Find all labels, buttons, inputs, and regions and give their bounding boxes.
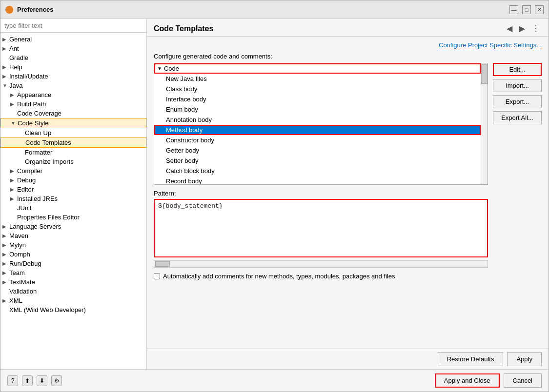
sidebar-item-clean-up[interactable]: Clean Up	[0, 128, 146, 137]
code-tree-item-record-body[interactable]: Record body	[154, 176, 481, 184]
close-button[interactable]: ✕	[535, 5, 544, 14]
sidebar-item-debug[interactable]: ▶Debug	[0, 176, 146, 185]
restore-defaults-button[interactable]: Restore Defaults	[438, 352, 504, 366]
sidebar-item-appearance[interactable]: ▶Appearance	[0, 90, 146, 99]
code-tree-item-label: Interface body	[166, 96, 206, 103]
sidebar-item-gradle[interactable]: Gradle	[0, 53, 146, 62]
code-tree-scrollbar[interactable]	[481, 63, 488, 184]
scrollbar-thumb	[481, 64, 488, 84]
sidebar-item-run-debug[interactable]: ▶Run/Debug	[0, 259, 146, 268]
right-panel: Code Templates ◀ ▶ ⋮ Configure Project S…	[147, 19, 549, 369]
code-tree-item-new-java-files[interactable]: New Java files	[154, 74, 481, 84]
edit-button[interactable]: Edit...	[493, 63, 542, 76]
sidebar-item-build-path[interactable]: ▶Build Path	[0, 99, 146, 109]
sidebar-item-ant[interactable]: ▶Ant	[0, 44, 146, 53]
sidebar-item-organize-imports[interactable]: Organize Imports	[0, 157, 146, 166]
export-all-button[interactable]: Export All...	[493, 111, 542, 124]
h-scrollbar[interactable]	[154, 260, 488, 268]
code-tree-item-class-body[interactable]: Class body	[154, 84, 481, 94]
arrow-icon: ▶	[10, 187, 15, 192]
sidebar-item-mylyn[interactable]: ▶Mylyn	[0, 240, 146, 250]
cancel-button[interactable]: Cancel	[504, 373, 542, 388]
sidebar-item-label: Java	[9, 82, 22, 89]
minimize-button[interactable]: —	[509, 5, 518, 14]
sidebar-item-editor[interactable]: ▶Editor	[0, 185, 146, 194]
code-tree-item-constructor-body[interactable]: Constructor body	[154, 135, 481, 145]
code-tree-item-label: Enum body	[166, 106, 198, 113]
sidebar-item-java[interactable]: ▼Java	[0, 81, 146, 90]
forward-button[interactable]: ▶	[517, 23, 527, 34]
export-button[interactable]: Export...	[493, 95, 542, 108]
sidebar-item-team[interactable]: ▶Team	[0, 268, 146, 277]
maximize-button[interactable]: □	[522, 5, 531, 14]
sidebar-item-xml-wild[interactable]: XML (Wild Web Developer)	[0, 305, 146, 314]
sidebar-item-label: Ant	[9, 45, 19, 52]
auto-comments-checkbox[interactable]	[154, 273, 160, 279]
arrow-icon: ▶	[2, 37, 7, 42]
sidebar-item-label: Oomph	[9, 251, 30, 258]
sidebar-item-general[interactable]: ▶General	[0, 35, 146, 44]
window-title: Preferences	[17, 6, 509, 13]
checkbox-area: Automatically add comments for new metho…	[154, 273, 542, 280]
code-tree-item-getter-body[interactable]: Getter body	[154, 145, 481, 156]
code-tree-item-code-root[interactable]: ▼Code	[154, 63, 481, 74]
help-icon[interactable]: ?	[7, 375, 18, 386]
code-tree-item-interface-body[interactable]: Interface body	[154, 94, 481, 104]
code-tree-item-label: Code	[164, 65, 179, 72]
sidebar-item-help[interactable]: ▶Help	[0, 62, 146, 72]
export-icon[interactable]: ⬆	[22, 375, 33, 386]
arrow-icon: ▼	[11, 120, 16, 126]
code-tree: ▼CodeNew Java filesClass bodyInterface b…	[154, 63, 481, 184]
menu-button[interactable]: ⋮	[530, 23, 542, 34]
arrow-icon: ▶	[10, 168, 15, 174]
sidebar-item-label: XML (Wild Web Developer)	[9, 306, 86, 314]
sidebar-item-validation[interactable]: Validation	[0, 287, 146, 296]
code-tree-wrapper: ▼CodeNew Java filesClass bodyInterface b…	[154, 63, 488, 185]
pattern-area: ${body_statement}	[154, 199, 542, 257]
code-tree-item-annotation-body[interactable]: Annotation body	[154, 115, 481, 125]
sidebar-item-code-coverage[interactable]: Code Coverage	[0, 109, 146, 118]
sidebar-item-xml[interactable]: ▶XML	[0, 296, 146, 305]
code-tree-item-label: Constructor body	[166, 137, 214, 144]
sidebar-item-installed-jres[interactable]: ▶Installed JREs	[0, 194, 146, 203]
sidebar-item-label: General	[9, 36, 32, 43]
sidebar-item-oomph[interactable]: ▶Oomph	[0, 250, 146, 259]
import-button[interactable]: Import...	[493, 79, 542, 92]
code-tree-item-method-body[interactable]: Method body	[154, 125, 481, 135]
code-tree-item-setter-body[interactable]: Setter body	[154, 156, 481, 166]
tree-container: ▶General▶AntGradle▶Help▶Install/Update▼J…	[0, 33, 146, 369]
sidebar-item-label: Team	[9, 269, 25, 276]
sidebar-item-compiler[interactable]: ▶Compiler	[0, 166, 146, 176]
arrow-icon: ▶	[2, 224, 7, 229]
sidebar-item-label: Build Path	[17, 100, 46, 108]
titlebar: Preferences — □ ✕	[0, 0, 549, 19]
filter-input[interactable]	[0, 19, 146, 33]
sidebar-item-install-update[interactable]: ▶Install/Update	[0, 72, 146, 81]
tree-arrow-icon: ▼	[157, 66, 162, 71]
sidebar-item-textmate[interactable]: ▶TextMate	[0, 277, 146, 287]
sidebar-item-language-servers[interactable]: ▶Language Servers	[0, 222, 146, 231]
apply-button[interactable]: Apply	[507, 352, 542, 366]
sidebar-item-label: Formatter	[25, 149, 52, 156]
code-tree-item-label: New Java files	[166, 75, 207, 82]
code-tree-item-catch-block-body[interactable]: Catch block body	[154, 166, 481, 176]
sidebar-item-code-style[interactable]: ▼Code Style	[0, 118, 146, 128]
sidebar-item-formatter[interactable]: Formatter	[0, 148, 146, 157]
import-icon[interactable]: ⬇	[37, 375, 47, 386]
back-button[interactable]: ◀	[505, 23, 514, 34]
configure-project-link[interactable]: Configure Project Specific Settings...	[154, 41, 542, 49]
sidebar-item-properties-files-editor[interactable]: Properties Files Editor	[0, 213, 146, 222]
code-tree-item-label: Setter body	[166, 157, 199, 164]
apply-and-close-button[interactable]: Apply and Close	[435, 373, 500, 388]
settings-icon[interactable]: ⚙	[51, 375, 62, 386]
sidebar-item-maven[interactable]: ▶Maven	[0, 231, 146, 240]
sidebar-item-label: Installed JREs	[17, 195, 58, 202]
panel-title: Code Templates	[154, 24, 213, 33]
sidebar-item-code-templates[interactable]: Code Templates	[0, 137, 146, 148]
code-tree-item-label: Annotation body	[166, 116, 212, 123]
code-tree-item-enum-body[interactable]: Enum body	[154, 104, 481, 115]
sidebar-item-label: XML	[9, 297, 22, 304]
arrow-icon: ▶	[2, 298, 7, 303]
code-tree-item-label: Catch block body	[166, 167, 215, 175]
sidebar-item-junit[interactable]: JUnit	[0, 203, 146, 213]
